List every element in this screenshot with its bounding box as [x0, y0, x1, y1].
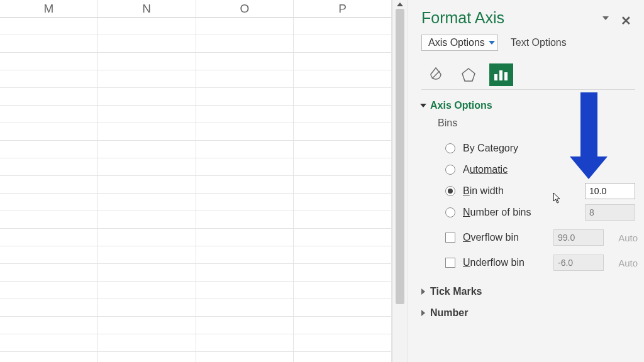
underflow-bin-input [553, 255, 604, 271]
pane-menu-icon[interactable] [602, 16, 609, 20]
section-tick-marks-toggle[interactable]: Tick Marks [421, 286, 635, 297]
overflow-bin-input [553, 229, 604, 246]
radio-icon[interactable] [445, 207, 455, 217]
option-by-category[interactable]: By Category [438, 138, 635, 159]
tab-text-options[interactable]: Text Options [511, 37, 567, 48]
col-header-p[interactable]: P [294, 0, 392, 18]
checkbox-icon[interactable] [445, 233, 455, 243]
col-header-n[interactable]: N [98, 0, 196, 18]
fill-line-icon[interactable] [424, 63, 448, 86]
option-overflow-bin[interactable]: Overflow bin Auto [438, 227, 635, 248]
spreadsheet-area[interactable]: M N O P [0, 0, 392, 362]
section-axis-options-toggle[interactable]: Axis Options [421, 100, 635, 111]
section-number-toggle[interactable]: Number [421, 307, 635, 319]
option-category-icons [421, 56, 635, 90]
close-icon[interactable]: ✕ [621, 13, 631, 28]
section-tick-marks-title: Tick Marks [430, 286, 482, 297]
option-bin-width[interactable]: Bin width [438, 180, 635, 202]
axis-options-icon[interactable] [489, 63, 513, 86]
triangle-right-icon [421, 310, 425, 316]
svg-rect-1 [494, 74, 497, 80]
overflow-auto-label: Auto [618, 233, 638, 243]
option-automatic[interactable]: Automatic [438, 159, 635, 180]
cell-grid[interactable] [0, 18, 392, 362]
column-headers: M N O P [0, 0, 392, 18]
radio-icon[interactable] [445, 143, 455, 153]
radio-icon[interactable] [445, 186, 455, 196]
option-number-of-bins-label: Number of bins [463, 207, 531, 218]
svg-rect-2 [499, 70, 502, 80]
option-number-of-bins[interactable]: Number of bins [438, 202, 635, 223]
format-axis-pane: ✕ Format Axis Axis Options Text Options [408, 0, 644, 362]
triangle-right-icon [421, 288, 425, 295]
option-automatic-label: Automatic [463, 164, 508, 175]
option-bin-width-label: Bin width [463, 185, 504, 197]
scroll-thumb[interactable] [396, 9, 404, 304]
scroll-up-icon[interactable] [392, 0, 407, 9]
chevron-down-icon [489, 41, 495, 45]
option-underflow-bin-label: Underflow bin [463, 257, 525, 268]
tab-axis-options[interactable]: Axis Options [421, 35, 498, 51]
section-axis-options-title: Axis Options [430, 100, 492, 111]
svg-marker-0 [462, 69, 475, 81]
underflow-auto-label: Auto [618, 258, 638, 268]
col-header-o[interactable]: O [196, 0, 294, 18]
bins-heading: Bins [438, 118, 635, 129]
bin-width-input[interactable] [585, 183, 635, 199]
option-underflow-bin[interactable]: Underflow bin Auto [438, 252, 635, 273]
section-number-title: Number [430, 307, 468, 319]
vertical-scrollbar[interactable] [392, 0, 408, 362]
option-by-category-label: By Category [463, 143, 518, 154]
number-of-bins-input [585, 204, 635, 221]
svg-rect-3 [504, 72, 508, 80]
tab-axis-options-label: Axis Options [428, 37, 485, 48]
triangle-down-icon [420, 104, 426, 107]
col-header-m[interactable]: M [0, 0, 98, 18]
effects-icon[interactable] [457, 63, 480, 86]
option-overflow-bin-label: Overflow bin [463, 232, 519, 243]
radio-icon[interactable] [445, 165, 455, 175]
checkbox-icon[interactable] [445, 258, 455, 268]
